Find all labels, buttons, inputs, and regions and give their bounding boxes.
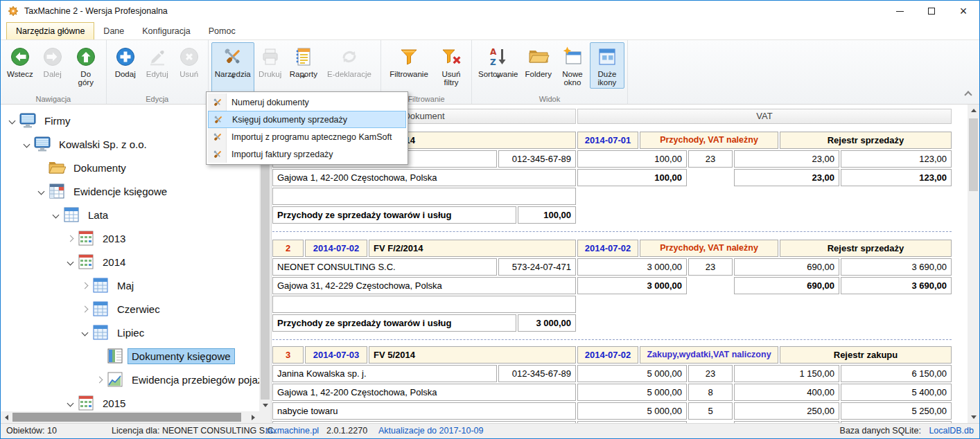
e-deklaracje-button[interactable]: E-deklaracje: [321, 42, 378, 80]
vat-type-cell[interactable]: Zakupy,wydatki,VAT naliczony: [640, 346, 778, 364]
maximize-button[interactable]: [916, 1, 947, 21]
titlebar[interactable]: TaxMachine 2 - Wersja Profesjonalna ×: [1, 1, 979, 21]
chevron-expanded-icon[interactable]: [6, 118, 17, 123]
usun-button[interactable]: Usuń: [173, 42, 205, 80]
vat-gross-cell[interactable]: 5 400,00: [841, 384, 952, 401]
scroll-left-icon[interactable]: [1, 411, 12, 423]
vat-rate-cell[interactable]: 23: [688, 150, 733, 168]
drukuj-button[interactable]: Drukuj: [254, 42, 286, 80]
vat-total-amount-cell[interactable]: 23,00: [734, 169, 839, 186]
scroll-down-icon[interactable]: [259, 400, 271, 411]
vat-rate-cell[interactable]: 8: [688, 384, 733, 401]
tab-dane[interactable]: Dane: [94, 23, 133, 39]
doc-title-cell[interactable]: FV F/2/2014: [369, 240, 576, 257]
foldery-button[interactable]: Foldery: [522, 42, 555, 80]
doc-address-cell[interactable]: Gajowa 1, 42-200 Częstochowa, Polska: [272, 169, 576, 186]
vat-date-cell[interactable]: 2014-07-01: [577, 132, 638, 149]
tree-hscroll-thumb[interactable]: [12, 413, 241, 422]
tree-item-2013[interactable]: 2013: [1, 226, 259, 250]
vat-date-cell[interactable]: 2014-07-02: [577, 346, 638, 364]
chevron-expanded-icon[interactable]: [79, 330, 90, 335]
dodaj-button[interactable]: Dodaj: [110, 42, 141, 80]
doc-date-cell[interactable]: 2014-07-03: [305, 346, 367, 364]
tree-item-czerwiec[interactable]: Czerwiec: [1, 297, 259, 321]
status-website-link[interactable]: taxmachine.pl: [265, 424, 319, 438]
doc-desc-cell[interactable]: nabycie towaru: [272, 402, 576, 420]
vat-register-cell[interactable]: Rejestr zakupu: [780, 346, 952, 364]
vat-rate-cell[interactable]: 5: [688, 402, 733, 420]
vat-date-cell[interactable]: 2014-07-02: [577, 240, 638, 257]
doc-desc-cell[interactable]: [272, 188, 576, 205]
vat-gross-cell[interactable]: 123,00: [841, 150, 952, 168]
chevron-collapsed-icon[interactable]: [79, 307, 90, 312]
chevron-expanded-icon[interactable]: [50, 213, 61, 217]
doc-nip-cell[interactable]: 573-24-07-471: [498, 258, 576, 276]
doc-desc-cell[interactable]: [272, 296, 576, 313]
duze-ikony-button[interactable]: Duże ikony: [590, 42, 624, 89]
chevron-collapsed-icon[interactable]: [79, 283, 90, 288]
main-vscroll-thumb[interactable]: [969, 118, 978, 191]
doc-summary-value-cell[interactable]: 100,00: [518, 206, 576, 224]
tab-narzedzia-glowne[interactable]: Narzędzia główne: [6, 22, 94, 39]
tree-item-2014[interactable]: 2014: [1, 250, 259, 274]
menu-item-ksieguj-dokumenty-sprzedazy[interactable]: Księguj dokumenty sprzedaży: [208, 111, 406, 128]
doc-number-cell[interactable]: 2: [272, 240, 304, 257]
tab-pomoc[interactable]: Pomoc: [200, 23, 245, 39]
vat-amount-cell[interactable]: 400,00: [734, 384, 839, 401]
menu-item-importuj-faktury[interactable]: Importuj faktury sprzedaży: [208, 145, 406, 163]
doc-name-cell[interactable]: NEONET CONSULTING S.C.: [272, 258, 497, 276]
raporty-button[interactable]: Raporty: [286, 42, 321, 93]
doc-title-cell[interactable]: FV 5/2014: [369, 346, 576, 364]
vat-type-cell[interactable]: Przychody, VAT należny: [640, 132, 778, 149]
menu-item-numeruj-dokumenty[interactable]: Numeruj dokumenty: [208, 93, 406, 111]
vat-amount-cell[interactable]: 250,00: [734, 402, 839, 420]
vat-total-amount-cell[interactable]: 690,00: [734, 277, 839, 294]
vat-rate-cell[interactable]: 23: [688, 365, 733, 382]
tree-horizontal-scrollbar[interactable]: [1, 411, 259, 423]
scroll-down-icon[interactable]: [968, 411, 979, 423]
vat-type-cell[interactable]: Przychody, VAT należny: [640, 240, 778, 257]
usun-filtry-button[interactable]: Usuń filtry: [434, 42, 469, 89]
chevron-expanded-icon[interactable]: [21, 142, 32, 147]
vat-rate-cell[interactable]: 23: [688, 258, 733, 276]
doc-date-cell[interactable]: 2014-07-02: [305, 240, 367, 257]
main-vertical-scrollbar[interactable]: [968, 105, 979, 423]
vat-amount-cell[interactable]: 1 150,00: [734, 365, 839, 382]
collapse-ribbon-icon[interactable]: [964, 91, 972, 98]
chevron-collapsed-icon[interactable]: [64, 236, 76, 241]
doc-summary-value-cell[interactable]: 3 000,00: [518, 314, 576, 332]
status-updates-link[interactable]: Aktualizacje do 2017-10-09: [378, 424, 484, 438]
doc-summary-label-cell[interactable]: Przychody ze sprzedaży towarów i usług: [272, 206, 516, 224]
vat-amount-cell[interactable]: 23,00: [734, 150, 839, 168]
doc-nip-cell[interactable]: 012-345-67-89: [498, 150, 576, 168]
filtrowanie-button[interactable]: Filtrowanie: [384, 42, 434, 80]
vat-net-cell[interactable]: 3 000,00: [577, 258, 687, 276]
tree-item-maj[interactable]: Maj: [1, 274, 259, 297]
vat-amount-cell[interactable]: 690,00: [734, 258, 839, 276]
doc-address-cell[interactable]: Gajowa 1, 42-200 Częstochowa, Polska: [272, 384, 576, 401]
minimize-button[interactable]: [884, 1, 916, 21]
narzedzia-button[interactable]: Narzędzia: [211, 42, 254, 93]
vat-total-gross-cell[interactable]: 3 690,00: [841, 277, 952, 294]
vat-net-cell[interactable]: 100,00: [577, 150, 687, 168]
vat-gross-cell[interactable]: 5 250,00: [841, 402, 952, 420]
tree-item-lata[interactable]: Lata: [1, 203, 259, 226]
scroll-right-icon[interactable]: [247, 411, 259, 423]
vat-gross-cell[interactable]: 3 690,00: [841, 258, 952, 276]
tree-item-dokumenty-ksiegowe[interactable]: Dokumenty księgowe: [1, 344, 259, 368]
scroll-up-icon[interactable]: [968, 105, 979, 116]
nowe-okno-button[interactable]: Nowe okno: [555, 42, 590, 89]
chevron-collapsed-icon[interactable]: [94, 377, 105, 382]
doc-address-cell[interactable]: Gajowa 31, 42-229 Częstochowa, Polska: [272, 277, 576, 294]
vat-net-cell[interactable]: 5 000,00: [577, 384, 687, 401]
chevron-expanded-icon[interactable]: [35, 189, 46, 194]
menu-item-importuj-kamsoft[interactable]: Importuj z programu aptecznego KamSoft: [208, 128, 406, 145]
sortowanie-button[interactable]: AZ Sortowanie: [475, 42, 522, 93]
doc-name-cell[interactable]: Janina Kowalska sp. j.: [272, 365, 497, 382]
edytuj-button[interactable]: Edytuj: [141, 42, 173, 80]
vat-net-cell[interactable]: 5 000,00: [577, 365, 687, 382]
vat-gross-cell[interactable]: 6 150,00: [841, 365, 952, 382]
vat-net-cell[interactable]: 5 000,00: [577, 402, 687, 420]
doc-nip-cell[interactable]: 012-345-67-89: [498, 365, 576, 382]
tree-item-lipiec[interactable]: Lipiec: [1, 321, 259, 344]
